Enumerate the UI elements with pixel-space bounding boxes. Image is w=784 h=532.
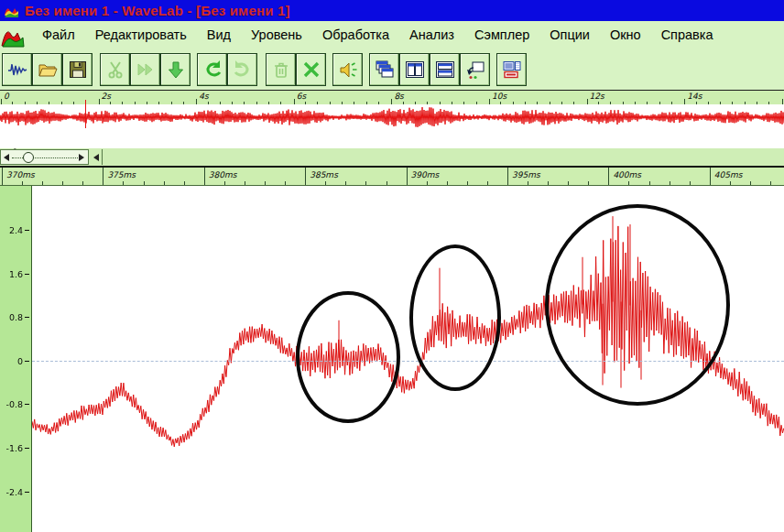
arrow-down-icon [165, 59, 187, 81]
amplitude-label: 0.8 [9, 312, 23, 322]
document-waveform-icon [1, 22, 25, 48]
annotation-ellipse [545, 204, 730, 406]
clear-button[interactable] [296, 53, 326, 86]
waveform-plot-area[interactable] [32, 186, 784, 532]
redo-button[interactable] [227, 53, 257, 86]
toolbar [0, 49, 784, 90]
time-ruler-label: 6s [297, 92, 306, 101]
undo-button[interactable] [197, 53, 227, 86]
zoom-slider-knob[interactable] [23, 152, 34, 163]
save-floppy-icon [67, 59, 89, 81]
scroll-left-button[interactable] [91, 149, 103, 165]
arrange-windows-button[interactable] [460, 53, 490, 86]
save-file-button[interactable] [62, 53, 93, 86]
ms-ruler-label: 370ms [6, 170, 35, 179]
overview-time-ruler[interactable]: 02s4s6s8s10s12s14s16 [0, 90, 784, 104]
amplitude-tick [25, 317, 29, 318]
ms-ruler-label: 400ms [613, 170, 641, 179]
time-ruler-label: 12s [590, 92, 604, 101]
amplitude-label: -0.8 [5, 399, 23, 409]
time-ruler-label: 8s [394, 92, 403, 101]
menu-item-help[interactable]: Справка [651, 24, 724, 46]
paste-button[interactable] [160, 53, 191, 86]
tile-horizontal-icon [434, 59, 456, 81]
main-wave-view: 2.41.60.80-0.8-1.6-2.4 [0, 186, 784, 532]
tile-horizontal-button[interactable] [430, 53, 460, 86]
time-ruler-label: 4s [199, 92, 208, 101]
menu-item-view[interactable]: Вид [197, 24, 241, 46]
menu-item-window[interactable]: Окно [600, 24, 651, 46]
x-icon [300, 59, 322, 81]
overview-waveform-canvas[interactable] [0, 104, 784, 148]
open-folder-icon [37, 59, 59, 81]
ms-ruler-label: 380ms [209, 170, 237, 179]
ms-ruler-label: 390ms [411, 170, 440, 179]
amplitude-ruler[interactable]: 2.41.60.80-0.8-1.6-2.4 [0, 186, 32, 532]
menu-item-analysis[interactable]: Анализ [399, 24, 464, 46]
menu-item-file[interactable]: Файл [32, 24, 85, 46]
wavelab-window: { "title_bar": { "title": "Без имени 1 -… [0, 0, 784, 532]
zoom-out-arrow-icon[interactable] [4, 154, 9, 161]
undo-arrow-icon [201, 59, 223, 81]
time-ruler-label: 0 [4, 92, 9, 101]
delete-button[interactable] [266, 53, 296, 86]
scissors-icon [104, 59, 126, 81]
monitor-button[interactable] [332, 53, 363, 86]
time-ruler-label: 2s [102, 92, 111, 101]
amplitude-tick [25, 230, 29, 231]
amplitude-tick [25, 448, 29, 449]
ms-ruler-label: 385ms [310, 170, 338, 179]
amplitude-label: -1.6 [5, 443, 23, 453]
cut-button[interactable] [100, 53, 130, 86]
wavelab-panel-icon [501, 59, 523, 81]
amplitude-tick [25, 274, 29, 275]
amplitude-tick [25, 404, 29, 405]
trash-icon [270, 59, 292, 81]
window-title: Без имени 1 - WaveLab - [Без имени 1] [25, 3, 290, 18]
speaker-icon [337, 59, 359, 81]
amplitude-label: 2.4 [9, 225, 23, 235]
zoom-knob-caret-icon: ˆ [14, 147, 16, 155]
scroll-left-arrow-icon [93, 154, 99, 161]
cascade-windows-button[interactable] [369, 53, 399, 86]
overview-waveform-strip[interactable] [0, 104, 784, 148]
title-bar[interactable]: Без имени 1 - WaveLab - [Без имени 1] [0, 0, 784, 21]
detail-time-ruler[interactable]: 370ms375ms380ms385ms390ms395ms400ms405ms [0, 168, 784, 186]
zoom-slider-track[interactable] [12, 157, 78, 158]
waveform-icon [6, 59, 28, 81]
ms-ruler-label: 405ms [714, 170, 743, 179]
menu-item-sampler[interactable]: Сэмплер [464, 24, 539, 46]
fast-forward-icon [135, 59, 157, 81]
tile-vertical-icon [404, 59, 426, 81]
tile-vertical-button[interactable] [399, 53, 430, 86]
arrange-window-icon [464, 59, 486, 81]
open-file-button[interactable] [32, 53, 62, 86]
amplitude-label: -2.4 [5, 486, 23, 496]
redo-arrow-icon [232, 59, 254, 81]
menu-item-process[interactable]: Обработка [312, 24, 399, 46]
zoom-slider[interactable]: ˆ [0, 149, 89, 165]
amplitude-label: 0 [17, 355, 23, 365]
scroll-zoom-row: ˆ [0, 148, 784, 166]
ms-ruler-label: 375ms [107, 170, 136, 179]
time-ruler-label: 10s [492, 92, 506, 101]
ms-ruler-label: 395ms [512, 170, 540, 179]
annotation-ellipse [296, 291, 400, 423]
menu-item-options[interactable]: Опции [539, 24, 600, 46]
cascade-windows-icon [374, 59, 396, 81]
zoom-in-arrow-icon[interactable] [79, 154, 84, 161]
menu-item-level[interactable]: Уровень [241, 24, 312, 46]
amplitude-tick [25, 492, 29, 493]
amplitude-tick [25, 361, 29, 362]
new-audio-file-button[interactable] [2, 53, 32, 86]
annotation-ellipse [409, 244, 501, 391]
wavelab-logo-icon [4, 3, 19, 18]
menu-item-edit[interactable]: Редактировать [85, 24, 197, 46]
wavelab-window-button[interactable] [496, 53, 527, 86]
menu-bar: ФайлРедактироватьВидУровеньОбработкаАнал… [0, 21, 784, 49]
time-ruler-label: 14s [687, 92, 702, 101]
play-append-button[interactable] [130, 53, 160, 86]
amplitude-label: 1.6 [9, 268, 23, 278]
